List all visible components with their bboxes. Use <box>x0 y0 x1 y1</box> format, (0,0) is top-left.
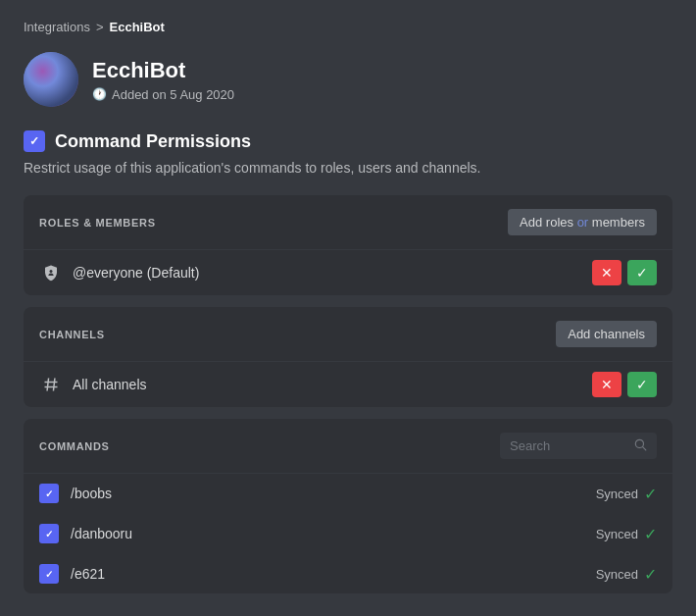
command-status-boobs: Synced ✓ <box>596 485 657 503</box>
channels-panel: CHANNELS Add channels All channels ✕ ✓ <box>24 307 672 407</box>
command-synced-label-e621: Synced <box>596 567 638 582</box>
all-channels-actions: ✕ ✓ <box>592 372 657 397</box>
search-box <box>500 433 657 459</box>
command-boobs-row: ✓ /boobs Synced ✓ <box>24 474 672 514</box>
command-name-boobs: /boobs <box>71 486 584 501</box>
command-name-danbooru: /danbooru <box>71 526 584 541</box>
command-icon-boobs: ✓ <box>39 484 59 503</box>
breadcrumb: Integrations > EcchiBot <box>24 20 672 34</box>
clock-icon: 🕐 <box>92 87 107 101</box>
section-title-row: ✓ Command Permissions <box>24 130 672 152</box>
commands-label: COMMANDS <box>39 440 110 452</box>
roles-members-label: ROLES & MEMBERS <box>39 217 156 229</box>
bot-avatar <box>24 52 78 107</box>
allow-everyone-button[interactable]: ✓ <box>627 260 657 285</box>
bot-name: EcchiBot <box>92 58 234 83</box>
search-icon <box>633 437 647 454</box>
channels-header: CHANNELS Add channels <box>24 307 672 362</box>
command-synced-check-e621: ✓ <box>644 565 657 584</box>
command-icon-e621: ✓ <box>39 564 59 584</box>
bot-info: EcchiBot 🕐 Added on 5 Aug 2020 <box>92 58 234 102</box>
all-channels-label: All channels <box>73 377 582 392</box>
command-status-e621: Synced ✓ <box>596 565 657 584</box>
add-roles-members-button[interactable]: Add roles or members <box>508 209 657 235</box>
section-title-text: Command Permissions <box>55 131 251 152</box>
svg-line-2 <box>643 447 646 450</box>
commands-panel: COMMANDS ✓ /boobs Synced ✓ ✓ /danbooru S… <box>24 419 672 593</box>
everyone-row: @everyone (Default) ✕ ✓ <box>24 250 672 295</box>
deny-everyone-button[interactable]: ✕ <box>592 260 621 285</box>
command-permissions-icon: ✓ <box>24 130 45 152</box>
allow-channels-button[interactable]: ✓ <box>627 372 657 397</box>
command-name-e621: /e621 <box>71 566 584 582</box>
all-channels-row: All channels ✕ ✓ <box>24 362 672 407</box>
svg-point-0 <box>50 270 53 273</box>
breadcrumb-current: EcchiBot <box>110 20 165 34</box>
command-e621-row: ✓ /e621 Synced ✓ <box>24 554 672 593</box>
everyone-actions: ✕ ✓ <box>592 260 657 285</box>
breadcrumb-separator: > <box>96 20 104 34</box>
command-synced-check-boobs: ✓ <box>644 485 657 503</box>
or-text: or <box>577 215 589 230</box>
bot-added-date: 🕐 Added on 5 Aug 2020 <box>92 87 234 102</box>
command-synced-label-danbooru: Synced <box>596 527 638 541</box>
command-status-danbooru: Synced ✓ <box>596 525 657 543</box>
breadcrumb-integrations[interactable]: Integrations <box>24 20 90 34</box>
command-synced-label-boobs: Synced <box>596 487 638 501</box>
search-input[interactable] <box>510 438 625 453</box>
bot-header: EcchiBot 🕐 Added on 5 Aug 2020 <box>24 52 672 107</box>
add-channels-button[interactable]: Add channels <box>556 321 657 347</box>
deny-channels-button[interactable]: ✕ <box>592 372 621 397</box>
shield-icon <box>39 261 63 284</box>
channels-label: CHANNELS <box>39 329 105 340</box>
command-icon-danbooru: ✓ <box>39 524 59 543</box>
section-description: Restrict usage of this application's com… <box>24 160 672 176</box>
bot-date-text: Added on 5 Aug 2020 <box>112 87 234 102</box>
commands-header: COMMANDS <box>24 419 672 474</box>
roles-members-header: ROLES & MEMBERS Add roles or members <box>24 195 672 250</box>
roles-members-panel: ROLES & MEMBERS Add roles or members @ev… <box>24 195 672 295</box>
command-danbooru-row: ✓ /danbooru Synced ✓ <box>24 514 672 554</box>
everyone-label: @everyone (Default) <box>73 265 582 281</box>
command-synced-check-danbooru: ✓ <box>644 525 657 543</box>
hash-icon <box>39 373 63 396</box>
